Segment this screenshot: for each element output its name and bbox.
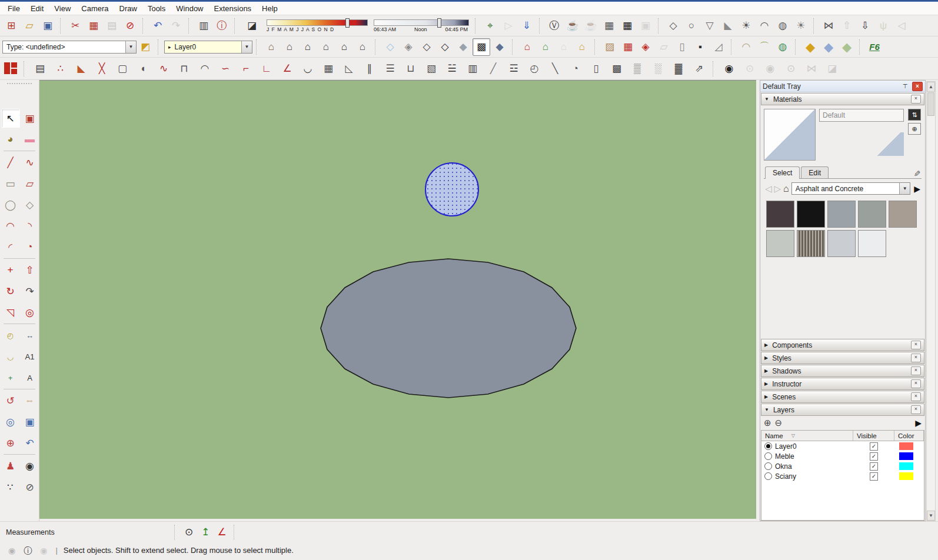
vray-sphere-light-button[interactable]: ○	[683, 17, 700, 35]
view-right-button[interactable]: ⌂	[317, 38, 335, 56]
vray-clipper-button[interactable]: ◁	[893, 17, 910, 35]
shadow-date-slider[interactable]: J F M A M J J A S O N D	[267, 19, 368, 32]
style-back-edges-button[interactable]: ◈	[400, 38, 417, 56]
pan-tool[interactable]: ⇔	[21, 391, 39, 410]
new-button[interactable]: ⊞	[2, 17, 20, 35]
visibility-checkbox[interactable]: ✓	[870, 442, 878, 451]
crumple-tool-button[interactable]: ▱	[655, 38, 673, 56]
rotate-tool[interactable]: ↻	[1, 282, 20, 301]
layer-row[interactable]: Okna ✓	[761, 461, 924, 471]
style-wireframe-button[interactable]: ◇	[418, 38, 435, 56]
model-viewport[interactable]	[39, 80, 756, 518]
fredoscale-button[interactable]: F6	[866, 38, 883, 56]
look-around-tool[interactable]: ◉	[21, 456, 39, 475]
visibility-checkbox[interactable]: ✓	[870, 472, 878, 481]
print-button[interactable]: ▥	[195, 17, 212, 35]
entity-type-combo[interactable]: Type: <undefined> ▼	[2, 41, 137, 54]
walk-tool[interactable]: ∵	[1, 478, 20, 496]
polygon-tool[interactable]: ◇	[21, 195, 39, 214]
model-info-status-icon[interactable]: ⓘ	[24, 546, 32, 556]
cut-button[interactable]: ✂	[66, 17, 84, 35]
window-fan-tool[interactable]: ◔	[566, 60, 586, 78]
offset-tool[interactable]: ◎	[21, 303, 39, 322]
view-left-button[interactable]: ⌂	[354, 38, 371, 56]
dome-tool[interactable]: ◠	[195, 60, 215, 78]
swatch-asphalt-dark[interactable]	[766, 201, 794, 228]
video-camera-button[interactable]: ⊙	[781, 60, 801, 78]
scroll-down-icon[interactable]: ▼	[927, 511, 935, 521]
create-material-button[interactable]: ⊕	[908, 123, 921, 135]
remove-layer-button[interactable]: ⊖	[775, 418, 783, 428]
export-arrow-tool[interactable]: ⇗	[689, 60, 709, 78]
menu-camera[interactable]: Camera	[76, 3, 114, 14]
orbit-tool[interactable]: ↺	[1, 391, 20, 410]
zoom-extents-tool[interactable]: ⊕	[1, 434, 20, 452]
house-update-button[interactable]: ⌂	[537, 38, 554, 56]
shadow-box-button[interactable]: ▪	[691, 38, 709, 56]
menu-draw[interactable]: Draw	[114, 3, 142, 14]
vray-render-button[interactable]: Ⓥ	[545, 17, 563, 35]
copy-button[interactable]: ▦	[85, 17, 102, 35]
spiral-stairs-tool[interactable]: ◴	[524, 60, 544, 78]
grid-tool-button[interactable]: ▦	[619, 38, 637, 56]
column-tool[interactable]: ∥	[360, 60, 380, 78]
scale-tool[interactable]: ◹	[1, 303, 20, 322]
collection-combo[interactable]: Asphalt and Concrete ▼	[791, 182, 910, 195]
panel-layers-header[interactable]: ▼ Layers ×	[761, 404, 924, 416]
grab-frame-tool[interactable]: ⊔	[401, 60, 421, 78]
pie-tool[interactable]: ◔	[21, 238, 39, 256]
layer-row[interactable]: Meble ✓	[761, 451, 924, 461]
vray-ies-light-button[interactable]: ◣	[719, 17, 737, 35]
panel-close-button[interactable]: ×	[911, 366, 921, 375]
forward-arrow-icon[interactable]: ▷	[774, 184, 781, 194]
zoom-window-tool[interactable]: ▣	[21, 412, 39, 431]
view-iso-button[interactable]: ⌂	[262, 38, 280, 56]
zoom-tool[interactable]: ◎	[1, 412, 20, 431]
layer-color-chip[interactable]	[899, 472, 913, 480]
credits-icon[interactable]: ◉	[40, 546, 47, 555]
panel-materials-header[interactable]: ▼ Materials ×	[761, 93, 924, 105]
home-icon[interactable]: ⌂	[783, 184, 789, 194]
circle-tool[interactable]: ◯	[1, 195, 20, 214]
material-name-field[interactable]: Default	[819, 109, 904, 122]
scrollbar-thumb[interactable]	[927, 92, 934, 116]
paint-bucket-tool[interactable]: ◕	[1, 130, 20, 149]
swatch-concrete-formboard[interactable]	[797, 230, 825, 257]
3d-text-tool[interactable]: A	[21, 368, 39, 387]
add-camera-button[interactable]: ◉	[719, 60, 739, 78]
add-building-button[interactable]: ⇓	[518, 17, 535, 35]
close-layers-button[interactable]: ×	[911, 405, 921, 414]
menu-file[interactable]: File	[2, 3, 25, 14]
move-tool[interactable]: +	[1, 261, 20, 279]
ellipse-face[interactable]	[321, 259, 576, 398]
vray-asset-editor-button[interactable]: ☕	[564, 17, 581, 35]
axes-tool[interactable]: +	[1, 368, 20, 387]
menu-view[interactable]: View	[49, 3, 76, 14]
layout-blocks-button[interactable]	[2, 60, 20, 78]
layer-radio[interactable]	[764, 472, 772, 480]
style-xray-button[interactable]: ◇	[381, 38, 399, 56]
open-button[interactable]: ▱	[21, 17, 38, 35]
dashed-face-tool[interactable]: ▢	[112, 60, 132, 78]
vray-mesh-light-button[interactable]: ◍	[774, 17, 791, 35]
roof-pyramid-tool[interactable]: ◣	[71, 60, 91, 78]
swatch-concrete-aggregate[interactable]	[858, 201, 886, 228]
position-camera-tool[interactable]: ♟	[1, 456, 20, 475]
vray-dome-light-button[interactable]: ◠	[756, 17, 773, 35]
curtain-tool[interactable]: ░	[648, 60, 668, 78]
house-builder-button[interactable]: ⌂	[518, 38, 536, 56]
swatch-asphalt-black[interactable]	[797, 201, 825, 228]
swatch-concrete-light[interactable]	[766, 230, 794, 257]
panel-shadows-header[interactable]: ▶ Shadows ×	[761, 365, 924, 377]
frame-box-tool[interactable]: ⊓	[174, 60, 194, 78]
back-arrow-icon[interactable]: ◁	[765, 184, 772, 194]
hook-tool[interactable]: ∽	[215, 60, 235, 78]
vray-frame-buffer-button[interactable]: ▦	[600, 17, 618, 35]
secondary-pane-button[interactable]: ⇅	[908, 109, 921, 121]
follow-me-tool[interactable]: ↷	[21, 282, 39, 301]
wall-panel-tool[interactable]: ▤	[30, 60, 50, 78]
section-plane-tool[interactable]: ⊘	[21, 478, 39, 496]
tape-measure-tool[interactable]: ◴	[1, 326, 20, 345]
grille-tool[interactable]: ▩	[607, 60, 627, 78]
undo-button[interactable]: ↶	[149, 17, 167, 35]
